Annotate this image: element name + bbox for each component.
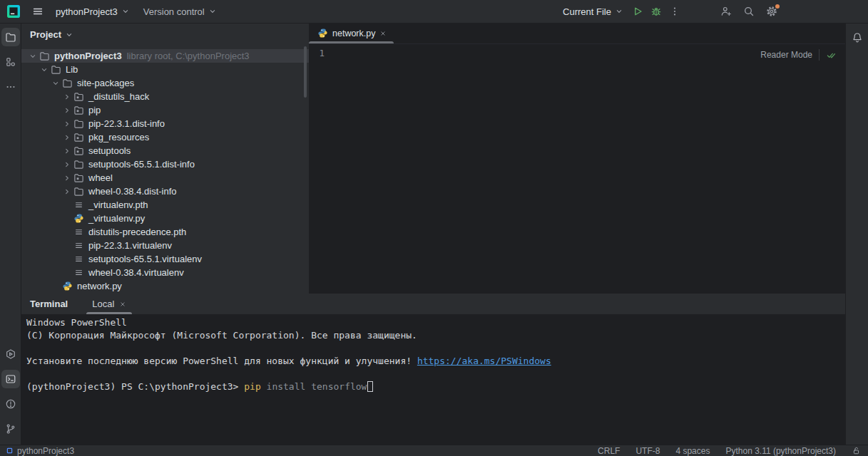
editor-gutter-line-number[interactable]: 1 xyxy=(309,47,329,60)
tool-stripe-button-terminal-tool[interactable] xyxy=(1,370,20,388)
status-item-utf-8[interactable]: UTF-8 xyxy=(635,446,660,456)
chevron-down-icon xyxy=(614,6,624,16)
run-configuration-selector[interactable]: Current File xyxy=(558,2,628,21)
restore-button[interactable] xyxy=(818,2,839,21)
terminal-text: Windows PowerShell xyxy=(26,317,127,328)
tree-item--virtualenv-pth[interactable]: _virtualenv.pth xyxy=(21,198,309,212)
tree-item-label: _virtualenv.py xyxy=(88,213,145,224)
tab-close-icon[interactable] xyxy=(379,30,387,37)
tool-stripe-button-problems[interactable] xyxy=(1,395,20,413)
main-menu-button[interactable] xyxy=(29,2,47,21)
status-bar: pythonProject3 CRLFUTF-84 spacesPython 3… xyxy=(0,445,868,456)
tree-item-distutils-precedence-pth[interactable]: distutils-precedence.pth xyxy=(21,225,309,239)
close-button[interactable] xyxy=(839,2,861,21)
run-button[interactable] xyxy=(628,2,647,21)
tree-item-label: wheel-0.38.4.virtualenv xyxy=(88,267,184,278)
chevron-right-icon[interactable] xyxy=(61,145,73,157)
problems-icon xyxy=(5,398,16,410)
tree-item-label: wheel-0.38.4.dist-info xyxy=(88,186,177,197)
tree-item-label: pythonProject3 xyxy=(54,51,122,61)
tree-item-pip-22-3-1-virtualenv[interactable]: pip-22.3.1.virtualenv xyxy=(21,239,309,252)
terminal-output[interactable]: Windows PowerShell(C) Корпорация Майкрос… xyxy=(21,314,845,393)
chevron-down-icon[interactable] xyxy=(39,64,50,76)
tree-item-wheel[interactable]: wheel xyxy=(21,171,309,185)
terminal-tab-local[interactable]: Local xyxy=(86,294,132,314)
reader-mode-widget[interactable]: Reader Mode xyxy=(757,47,839,63)
vcs-selector[interactable]: Version control xyxy=(139,2,222,21)
tree-item-setuptools[interactable]: setuptools xyxy=(21,144,309,157)
unlocked-icon[interactable] xyxy=(852,446,861,455)
hamburger-icon xyxy=(32,6,44,17)
project-selector[interactable]: pythonProject3 xyxy=(51,2,135,21)
debug-button[interactable] xyxy=(647,2,665,21)
tree-item-pythonproject3[interactable]: pythonProject3library root, C:\pythonPro… xyxy=(21,49,309,63)
terminal-tool-icon xyxy=(5,373,16,385)
tree-item-setuptools-65-5-1-dist-info[interactable]: setuptools-65.5.1.dist-info xyxy=(21,157,309,171)
chevron-right-icon[interactable] xyxy=(61,172,73,184)
chevron-down-icon[interactable] xyxy=(50,78,61,89)
status-item-4-spaces[interactable]: 4 spaces xyxy=(675,446,710,456)
chevron-right-icon[interactable] xyxy=(61,105,73,116)
chevron-right-icon[interactable] xyxy=(61,118,73,130)
status-item-python-3-11-pythonproject3-[interactable]: Python 3.11 (pythonProject3) xyxy=(725,446,836,456)
more-actions-button[interactable] xyxy=(665,2,684,21)
chevron-down-icon[interactable] xyxy=(27,51,39,62)
chevron-down-icon xyxy=(208,6,218,16)
terminal-line: Установите последнюю версию PowerShell д… xyxy=(26,355,845,368)
text-file-icon xyxy=(73,200,84,211)
tree-item--virtualenv-py[interactable]: _virtualenv.py xyxy=(21,212,309,225)
terminal-line: Windows PowerShell xyxy=(26,316,845,329)
terminal-line: (C) Корпорация Майкрософт (Microsoft Cor… xyxy=(26,329,845,342)
tool-stripe-button-more-tools[interactable] xyxy=(1,78,20,96)
tree-item-wheel-0-38-4-virtualenv[interactable]: wheel-0.38.4.virtualenv xyxy=(21,266,309,279)
inspections-ok-icon[interactable] xyxy=(826,50,837,61)
tree-item-label: Lib xyxy=(66,64,78,75)
terminal-title[interactable]: Terminal xyxy=(30,299,68,309)
chevron-placeholder xyxy=(61,267,73,279)
text-file-icon xyxy=(73,227,84,238)
tree-item-label: setuptools-65.5.1.virtualenv xyxy=(88,254,202,264)
chevron-right-icon[interactable] xyxy=(61,91,73,103)
status-item-crlf[interactable]: CRLF xyxy=(598,446,620,456)
play-icon xyxy=(632,6,643,17)
chevron-placeholder xyxy=(61,240,73,252)
more-tools-icon xyxy=(5,81,16,93)
chevron-right-icon[interactable] xyxy=(61,159,73,170)
terminal-command-text: pip xyxy=(244,381,260,392)
tool-stripe-button-version-control[interactable] xyxy=(1,420,20,438)
tree-item-pip-22-3-1-dist-info[interactable]: pip-22.3.1.dist-info xyxy=(21,117,309,130)
tree-item-wheel-0-38-4-dist-info[interactable]: wheel-0.38.4.dist-info xyxy=(21,185,309,198)
package-folder-icon xyxy=(73,172,84,184)
tree-item-label: pkg_resources xyxy=(88,132,149,142)
tree-item--distutils-hack[interactable]: _distutils_hack xyxy=(21,90,309,103)
tree-item-network-py[interactable]: network.py xyxy=(21,279,309,293)
tree-item-site-packages[interactable]: site-packages xyxy=(21,76,309,90)
editor-tab-network-py[interactable]: network.py xyxy=(309,23,394,43)
chevron-placeholder xyxy=(50,281,61,292)
chevron-right-icon[interactable] xyxy=(61,132,73,143)
search-everywhere-button[interactable] xyxy=(740,2,758,21)
tree-item-pkg-resources[interactable]: pkg_resources xyxy=(21,130,309,144)
notifications-button[interactable] xyxy=(848,28,867,47)
tree-item-lib[interactable]: Lib xyxy=(21,63,309,76)
status-project-widget[interactable]: pythonProject3 xyxy=(6,446,74,456)
tool-stripe-button-project-folder[interactable] xyxy=(1,28,20,46)
tool-stripe-button-structure[interactable] xyxy=(1,53,20,71)
terminal-tab-close-icon[interactable] xyxy=(119,301,126,308)
settings-button[interactable] xyxy=(762,2,781,21)
package-folder-icon xyxy=(73,91,84,103)
status-project-label: pythonProject3 xyxy=(17,446,74,456)
tree-item-setuptools-65-5-1-virtualenv[interactable]: setuptools-65.5.1.virtualenv xyxy=(21,252,309,266)
project-panel-header[interactable]: Project xyxy=(21,24,309,46)
code-with-me-button[interactable] xyxy=(717,2,735,21)
tool-stripe-button-services[interactable] xyxy=(1,345,20,363)
tree-scrollbar[interactable] xyxy=(304,46,307,98)
editor: network.py 1 Reader Mode xyxy=(309,24,845,294)
editor-body[interactable]: 1 Reader Mode xyxy=(309,44,845,294)
chevron-right-icon[interactable] xyxy=(61,186,73,197)
project-folder-icon xyxy=(5,31,16,43)
folder-icon xyxy=(73,186,84,197)
minimize-button[interactable] xyxy=(797,2,818,21)
tree-item-pip[interactable]: pip xyxy=(21,103,309,117)
terminal-link[interactable]: https://aka.ms/PSWindows xyxy=(417,356,551,366)
